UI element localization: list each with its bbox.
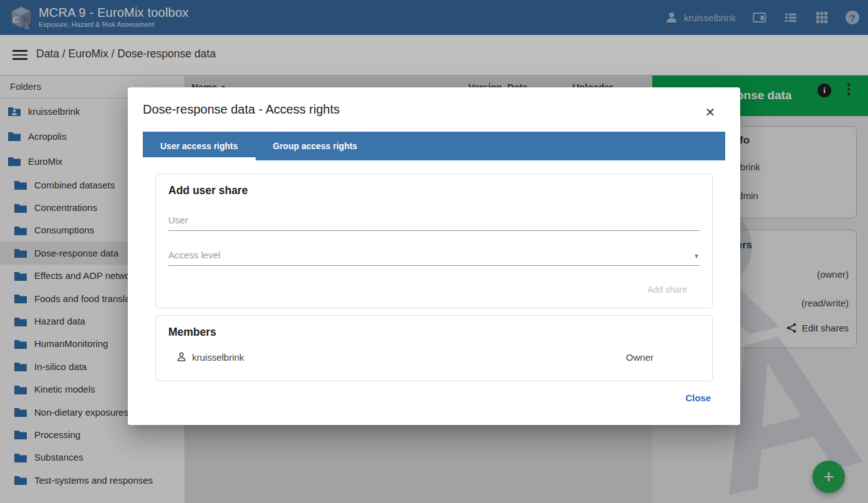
close-button[interactable]: Close [682, 392, 715, 404]
add-user-share-card: Add user share User Access level ▾ Add s… [155, 173, 713, 308]
app-window: C R A MCRA 9 - EuroMix toolbox Exposure,… [0, 0, 868, 503]
member-name: kruisselbrink [192, 352, 244, 363]
user-field[interactable]: User [168, 212, 700, 231]
access-level-label: Access level [168, 250, 220, 260]
add-user-share-heading: Add user share [168, 184, 248, 197]
member-row: kruisselbrink Owner [176, 351, 700, 366]
dialog-title: Dose-response data - Access rights [143, 102, 340, 117]
user-field-label: User [168, 215, 188, 225]
access-rights-dialog: Dose-response data - Access rights ✕ Use… [128, 87, 740, 425]
tab-label: User access rights [160, 141, 238, 151]
members-heading: Members [168, 326, 216, 339]
tab-access-rights[interactable]: Group access rights [256, 132, 375, 160]
add-share-button[interactable]: Add share [644, 284, 691, 295]
tab-label: Group access rights [273, 141, 357, 151]
access-level-select[interactable]: Access level ▾ [168, 247, 700, 266]
close-icon[interactable]: ✕ [703, 105, 718, 120]
person-outline-icon [176, 351, 187, 363]
members-card: Members kruisselbrink Owner [155, 315, 713, 381]
member-role: Owner [626, 352, 653, 363]
access-rights-tabs: User access rights Group access rights [143, 132, 725, 160]
chevron-down-icon: ▾ [695, 251, 698, 260]
tab-access-rights[interactable]: User access rights [143, 132, 256, 160]
